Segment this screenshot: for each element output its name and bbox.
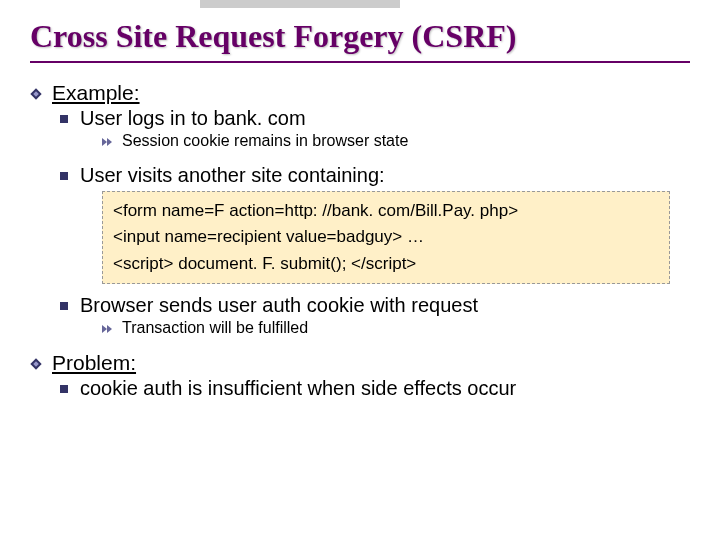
- square-bullet-icon: [60, 115, 68, 123]
- code-snippet-box: <form name=F action=http: //bank. com/Bi…: [102, 191, 670, 284]
- item-text: cookie auth is insufficient when side ef…: [80, 377, 516, 400]
- example-heading: Example:: [52, 81, 140, 105]
- slide-content: Cross Site Request Forgery (CSRF) Exampl…: [0, 0, 720, 400]
- problem-heading: Problem:: [52, 351, 136, 375]
- item-text: Transaction will be fulfilled: [122, 319, 308, 337]
- chevron-bullet-icon: [102, 137, 114, 147]
- slide-title: Cross Site Request Forgery (CSRF): [30, 18, 690, 63]
- code-line: <script> document. F. submit(); </script…: [113, 251, 659, 277]
- square-bullet-icon: [60, 302, 68, 310]
- list-item: cookie auth is insufficient when side ef…: [60, 377, 690, 400]
- diamond-bullet-icon: [30, 358, 42, 370]
- example-heading-row: Example:: [30, 81, 690, 105]
- list-item: Transaction will be fulfilled: [102, 319, 690, 337]
- item-text: User visits another site containing:: [80, 164, 385, 187]
- decorative-top-bar: [200, 0, 400, 8]
- list-item: User logs in to bank. com: [60, 107, 690, 130]
- square-bullet-icon: [60, 385, 68, 393]
- code-line: <input name=recipient value=badguy> …: [113, 224, 659, 250]
- item-text: Session cookie remains in browser state: [122, 132, 408, 150]
- list-item: Browser sends user auth cookie with requ…: [60, 294, 690, 317]
- item-text: Browser sends user auth cookie with requ…: [80, 294, 478, 317]
- item-text: User logs in to bank. com: [80, 107, 306, 130]
- chevron-bullet-icon: [102, 324, 114, 334]
- list-item: User visits another site containing:: [60, 164, 690, 187]
- list-item: Session cookie remains in browser state: [102, 132, 690, 150]
- problem-heading-row: Problem:: [30, 351, 690, 375]
- code-line: <form name=F action=http: //bank. com/Bi…: [113, 198, 659, 224]
- square-bullet-icon: [60, 172, 68, 180]
- diamond-bullet-icon: [30, 88, 42, 100]
